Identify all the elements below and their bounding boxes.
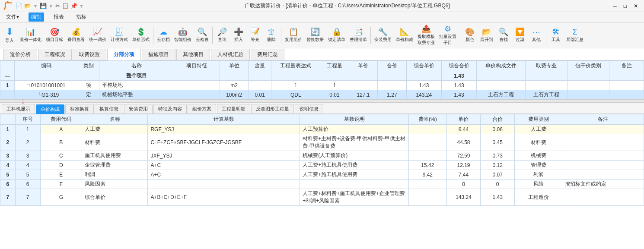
col-row-num <box>0 61 15 71</box>
tab-fee-summary[interactable]: 费用汇总 <box>251 49 284 60</box>
detail-cell <box>300 180 409 189</box>
btab-desc-info[interactable]: 说明信息 <box>295 104 323 113</box>
expand-to-button[interactable]: 📂 展开到 <box>478 24 495 47</box>
local-sum-button[interactable]: Σ 局部汇总 <box>564 24 585 47</box>
btab-qty-detail[interactable]: 工程量明细 <box>217 104 250 113</box>
batch-set-button[interactable]: ⚙ 批量设置子目 <box>437 24 458 47</box>
cell-total <box>378 81 406 90</box>
detail-cell: 7.44 <box>446 170 481 180</box>
save-icon[interactable]: 💾 <box>40 3 47 9</box>
tab-labor-materials[interactable]: 人材机汇总 <box>211 49 250 60</box>
bottom-tabs: 工料机显示 单价构成 标准换算 换算信息 安装费用 特征及内容 组价方案 工程量… <box>0 103 644 114</box>
paste-icon[interactable]: 📌 <box>70 3 77 9</box>
extract-template-button[interactable]: 📤 提取模板取费专业 <box>416 24 437 47</box>
lock-list-button[interactable]: 🔒 锁定清单 <box>326 24 347 47</box>
col-fee-code: 费用代码 <box>40 114 82 125</box>
menu-file[interactable]: 文件▾ <box>3 13 22 22</box>
btab-install-fee[interactable]: 安装费用 <box>124 104 153 113</box>
detail-row[interactable]: 66F风险因素00风险按招标文件或约定 <box>0 180 644 189</box>
fee-view-button[interactable]: 💰 费用查看 <box>66 24 86 47</box>
tab-measures[interactable]: 措施项目 <box>142 49 175 60</box>
copy-icon[interactable]: 📋 <box>62 3 69 9</box>
uniform-price-button[interactable]: 📈 统一调价 <box>87 24 108 47</box>
cloud-archive-button[interactable]: ☁ 云存档 <box>155 24 172 47</box>
btab-features[interactable]: 特征及内容 <box>153 104 187 113</box>
quantity-price-button[interactable]: 📊 量价一体化 <box>18 24 43 47</box>
cut-icon[interactable]: ✂ <box>55 3 60 9</box>
detail-cell: 人工费+施工机具使用费 <box>300 170 409 180</box>
import-icon: ⬇ <box>6 27 13 37</box>
splitter[interactable]: ↓ <box>0 99 644 103</box>
insert-button[interactable]: ➕ 插入 <box>231 24 246 47</box>
unit-price-form-button[interactable]: 💲 单价形式 <box>131 24 151 47</box>
detail-cell: F <box>40 180 82 189</box>
close-button[interactable]: ✕ <box>631 2 641 10</box>
detail-cell: 12.19 <box>446 161 481 170</box>
detail-cell <box>409 151 447 161</box>
detail-cell: 1 <box>0 125 16 134</box>
btab-conversion-info[interactable]: 换算信息 <box>95 104 123 113</box>
btab-std-conversion[interactable]: 标准换算 <box>65 104 94 113</box>
supplement-button[interactable]: 📝 补充 <box>247 24 263 47</box>
tools-button[interactable]: 🛠 工具 <box>548 24 564 47</box>
cell-price-type <box>567 90 609 100</box>
menu-report[interactable]: 报表 <box>51 13 67 22</box>
quantity-price-icon: 📊 <box>26 28 35 36</box>
detail-row[interactable]: 44D企业管理费A+C人工费+施工机具使用费15.4212.190.12管理费 <box>0 161 644 170</box>
filter-button[interactable]: 🔽 过滤 <box>512 24 528 47</box>
maximize-button[interactable]: □ <box>621 2 629 10</box>
btab-price-plan[interactable]: 组价方案 <box>188 104 216 113</box>
detail-row[interactable]: 22B材料费CLF+ZCF+SBF-JGCLF-JGZCF-JGSBF材料费+主… <box>0 134 644 151</box>
tab-project-overview[interactable]: 工程概况 <box>38 49 72 60</box>
detail-cell <box>562 161 644 170</box>
query-button[interactable]: 🔎 查询 <box>214 24 230 47</box>
detail-row[interactable]: 55E利润A+C人工费+施工机具使用费9.427.440.07利润 <box>0 170 644 180</box>
detail-row[interactable]: 11A人工费RGF_YSJ人工预算价6.440.06人工费 <box>0 125 644 134</box>
delete-button[interactable]: 🗑 删除 <box>264 24 279 47</box>
local-sum-icon: Σ <box>572 28 577 36</box>
table-row[interactable]: 1 □010101001001 项 平整场地 m2 1 1 1.43 1.43 <box>0 81 644 90</box>
replace-data-button[interactable]: 🔄 替换数据 <box>305 24 325 47</box>
install-fee-button[interactable]: 🔧 安装费用 <box>373 24 393 47</box>
new-icon[interactable]: 📄 <box>16 3 22 9</box>
reuse-price-button[interactable]: 📋 复用组价 <box>283 24 304 47</box>
tab-other-items[interactable]: 其他项目 <box>176 49 210 60</box>
cell-feature <box>174 90 220 100</box>
tab-fee-settings[interactable]: 取费设置 <box>73 49 106 60</box>
detail-cell: 0.45 <box>481 134 515 151</box>
table-row[interactable]: └G1-319 定 机械场地平整 100m2 0.01 QDL 0.01 127… <box>0 90 644 100</box>
detail-row[interactable]: 77G综合单价A+B+C+D+E+F人工费+材料费+施工机具使用费+企业管理费+… <box>0 189 644 206</box>
btab-unit-price-comp[interactable]: 单价构成 <box>36 104 64 114</box>
detail-cell <box>409 180 447 189</box>
reuse-price-icon: 📋 <box>289 28 298 36</box>
color-button[interactable]: 🎨 颜色 <box>462 24 478 47</box>
cloud-check-button[interactable]: 🔍 云检查 <box>194 24 210 47</box>
expand-to-icon: 📂 <box>482 28 491 36</box>
menu-index[interactable]: 指标 <box>73 13 89 22</box>
unit-price-comp-button[interactable]: 📐 单价构成 <box>394 24 415 47</box>
detail-cell: 4 <box>15 161 40 170</box>
import-button[interactable]: ⬇ 导入 <box>2 24 17 47</box>
cell-qty-val <box>320 71 349 81</box>
cell-comp-total: 1.43 <box>441 81 476 90</box>
open-icon[interactable]: 📂 <box>24 3 31 9</box>
detail-row[interactable]: 33C施工机具使用费JXF_YSJ机械费(人工预算价)72.590.73机械费 <box>0 151 644 161</box>
other-button[interactable]: ⋯ 其他 <box>529 24 544 47</box>
tab-cost-analysis[interactable]: 造价分析 <box>3 49 37 60</box>
menu-edit[interactable]: 编制 <box>29 13 44 22</box>
table-row[interactable]: — 整个项目 1.43 <box>0 71 644 81</box>
organize-list-button[interactable]: 📑 整理清单 <box>348 24 369 47</box>
minimize-button[interactable]: ─ <box>610 2 619 10</box>
cell-fee-type <box>525 71 567 81</box>
col-total: 合价 <box>481 114 515 125</box>
btab-labor-machine[interactable]: 工料机显示 <box>2 104 35 113</box>
tax-method-button[interactable]: 🧾 计税方式 <box>109 24 130 47</box>
sep5 <box>460 27 460 44</box>
find-button[interactable]: 🔍 查找 <box>496 24 511 47</box>
tab-section-items[interactable]: 分部分项 <box>107 49 141 60</box>
smart-price-button[interactable]: 🤖 智能组价 <box>172 24 193 47</box>
btab-trace-drawing[interactable]: 反查图形工程量 <box>251 104 294 113</box>
project-target-button[interactable]: 🎯 项目目标 <box>44 24 65 47</box>
row-index <box>0 90 15 100</box>
row-expand[interactable]: — <box>0 71 15 81</box>
